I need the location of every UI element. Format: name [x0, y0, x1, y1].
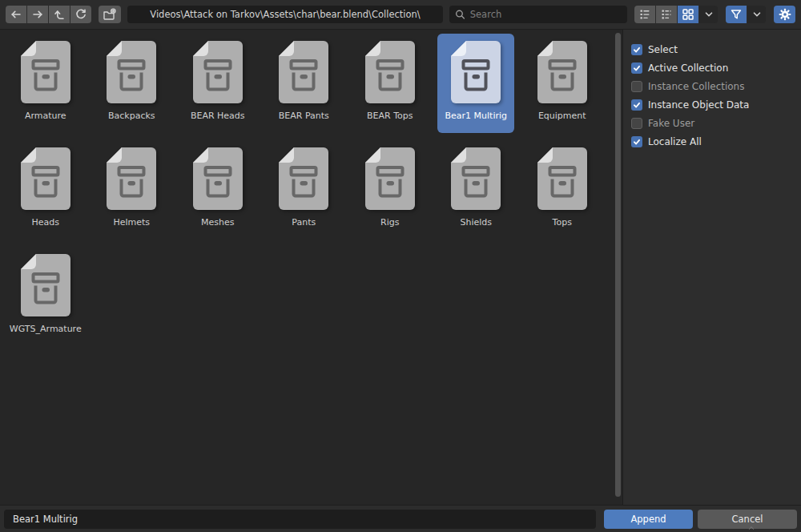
file-item-label: BEAR Heads: [191, 111, 245, 121]
display-vertical-list-button[interactable]: [634, 6, 655, 23]
nav-button-group: [6, 6, 91, 23]
parent-directory-button[interactable]: [49, 6, 70, 23]
grid-squares-icon: [682, 8, 694, 21]
option-label: Instance Collections: [648, 81, 744, 92]
collection-datablock-icon: [21, 41, 70, 103]
file-item[interactable]: Equipment: [524, 34, 601, 133]
filter-dropdown-button[interactable]: [747, 6, 766, 23]
arrow-up-bend-icon: [53, 8, 66, 21]
search-input[interactable]: [470, 9, 622, 20]
footer-bar: Append Cancel: [0, 505, 801, 532]
main-area: Armature Backpacks BEAR Heads BE: [0, 30, 801, 505]
checkbox[interactable]: [631, 118, 642, 129]
display-horizontal-list-button[interactable]: [656, 6, 677, 23]
options-list: Select Active Collection Instance Collec…: [631, 40, 793, 151]
collection-datablock-icon: [451, 41, 501, 103]
file-item[interactable]: Armature: [7, 34, 84, 133]
file-item-label: BEAR Pants: [279, 111, 329, 121]
list-vertical-icon: [638, 8, 651, 21]
file-item[interactable]: Backpacks: [93, 34, 170, 133]
gear-icon: [779, 8, 791, 21]
folder-plus-icon: [103, 8, 117, 22]
create-directory-button[interactable]: [99, 6, 121, 23]
collection-datablock-icon: [537, 41, 587, 103]
scrollbar-thumb[interactable]: [615, 33, 621, 497]
display-mode-dropdown-button[interactable]: [699, 6, 718, 23]
arrow-right-icon: [31, 8, 44, 21]
refresh-button[interactable]: [70, 6, 91, 23]
checkbox[interactable]: [631, 81, 642, 92]
chevron-down-icon: [704, 10, 714, 19]
option-row[interactable]: Select: [631, 40, 793, 58]
path-field[interactable]: Videos\Attack on Tarkov\Assets\char\bear…: [127, 6, 443, 23]
checkbox[interactable]: [631, 44, 642, 55]
back-button[interactable]: [6, 6, 26, 23]
checkbox[interactable]: [631, 62, 642, 74]
filter-group: [726, 6, 766, 23]
file-item[interactable]: Tops: [524, 140, 601, 240]
collection-datablock-icon: [365, 147, 415, 210]
filter-button[interactable]: [726, 6, 747, 23]
check-icon: [633, 46, 641, 54]
forward-button[interactable]: [27, 6, 48, 23]
file-item[interactable]: Bear1 Multirig: [437, 34, 514, 133]
list-details-icon: [660, 8, 673, 21]
collection-datablock-icon: [451, 147, 501, 210]
display-thumbnails-button[interactable]: [678, 6, 698, 23]
collection-datablock-icon: [21, 147, 70, 210]
vertical-scrollbar[interactable]: [615, 33, 621, 502]
file-item-label: Shields: [460, 217, 492, 228]
append-button[interactable]: Append: [604, 510, 693, 529]
file-item[interactable]: Meshes: [179, 140, 256, 240]
file-item[interactable]: Pants: [265, 140, 342, 240]
collection-datablock-icon: [279, 41, 328, 103]
checkbox[interactable]: [631, 99, 642, 111]
file-item-label: Pants: [292, 217, 316, 228]
checkbox[interactable]: [631, 136, 642, 147]
option-row[interactable]: Fake User: [631, 114, 793, 132]
check-icon: [633, 138, 641, 146]
option-row[interactable]: Localize All: [631, 132, 793, 151]
file-item[interactable]: WGTS_Armature: [7, 247, 84, 346]
collection-datablock-icon: [107, 147, 156, 210]
check-icon: [633, 64, 641, 72]
file-item[interactable]: BEAR Heads: [179, 34, 256, 133]
file-list-area: Armature Backpacks BEAR Heads BE: [0, 30, 623, 505]
file-item-label: WGTS_Armature: [10, 324, 82, 334]
file-item[interactable]: Heads: [7, 140, 84, 240]
collection-datablock-icon: [21, 254, 70, 316]
file-item[interactable]: BEAR Tops: [352, 34, 429, 133]
file-item-label: Heads: [32, 217, 60, 228]
collection-datablock-icon: [107, 41, 156, 103]
collection-datablock-icon: [279, 147, 328, 210]
file-item-label: BEAR Tops: [367, 111, 413, 121]
collection-datablock-icon: [193, 41, 243, 103]
resize-grip-icon[interactable]: [748, 526, 755, 530]
filename-input[interactable]: [4, 510, 596, 529]
option-row[interactable]: Instance Collections: [631, 77, 793, 95]
file-browser-window: Videos\Attack on Tarkov\Assets\char\bear…: [0, 0, 801, 532]
file-grid: Armature Backpacks BEAR Heads BE: [0, 30, 622, 353]
option-label: Fake User: [648, 118, 694, 129]
cancel-button[interactable]: Cancel: [698, 510, 797, 529]
option-row[interactable]: Instance Object Data: [631, 95, 793, 114]
settings-button[interactable]: [774, 6, 795, 23]
refresh-icon: [74, 8, 87, 21]
file-item[interactable]: Helmets: [93, 140, 170, 240]
file-item[interactable]: Shields: [437, 140, 514, 240]
options-sidebar: Select Active Collection Instance Collec…: [623, 30, 801, 505]
toolbar: Videos\Attack on Tarkov\Assets\char\bear…: [0, 0, 801, 30]
file-item-label: Rigs: [380, 217, 399, 228]
file-item-label: Tops: [553, 217, 572, 228]
option-row[interactable]: Active Collection: [631, 58, 793, 77]
check-icon: [633, 101, 641, 109]
display-mode-group: [634, 6, 718, 23]
collection-datablock-icon: [537, 147, 587, 210]
file-item-label: Bear1 Multirig: [445, 111, 507, 121]
file-item[interactable]: Rigs: [352, 140, 429, 240]
search-field[interactable]: [449, 6, 627, 23]
file-item-label: Helmets: [113, 217, 150, 228]
file-item[interactable]: BEAR Pants: [265, 34, 342, 133]
option-label: Localize All: [648, 136, 702, 147]
file-item-label: Meshes: [201, 217, 234, 228]
